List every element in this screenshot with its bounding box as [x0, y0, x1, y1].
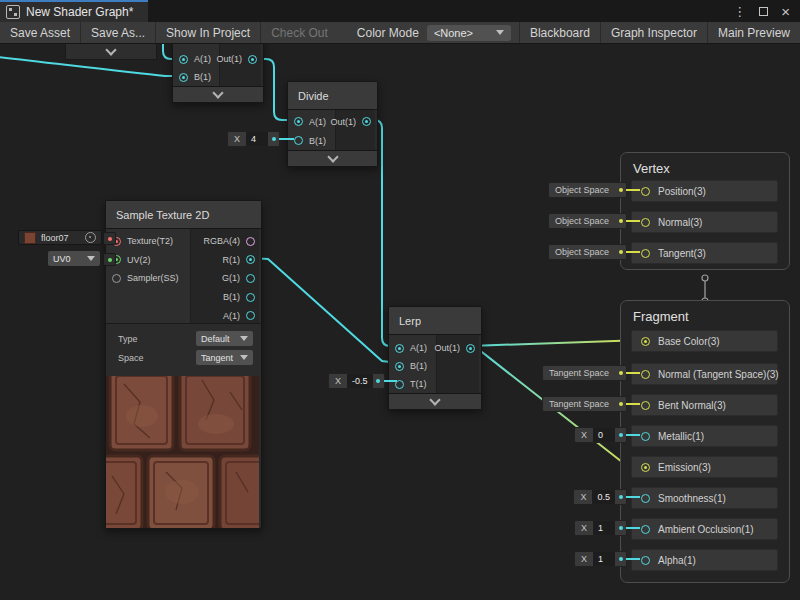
port-tangent[interactable]	[641, 249, 650, 258]
port-add-a[interactable]	[179, 55, 188, 64]
binding-label: Object Space	[549, 214, 615, 228]
field-value[interactable]: 4	[246, 132, 268, 146]
save-asset-button[interactable]: Save Asset	[0, 22, 80, 43]
port-divide-a[interactable]	[294, 117, 303, 126]
color-mode-dropdown[interactable]: <None>	[427, 25, 511, 41]
tab-new-shader-graph[interactable]: New Shader Graph*	[0, 0, 148, 22]
show-in-project-button[interactable]: Show In Project	[156, 22, 260, 43]
window-menu-icon[interactable]: ⋮	[733, 4, 746, 19]
maximize-icon[interactable]	[759, 7, 768, 16]
vertex-context[interactable]: Vertex Position(3) Normal(3) Tangent(3)	[620, 152, 790, 270]
port-label: A(1)	[410, 343, 427, 353]
add-collapse-bar[interactable]	[173, 86, 263, 102]
add-node[interactable]: A(1) B(1) Out(1)	[172, 38, 264, 103]
field-value[interactable]: -0.5	[347, 374, 373, 388]
add-input-b: B(1)	[173, 68, 219, 86]
fragment-row-metallic[interactable]: Metallic(1)	[631, 425, 778, 447]
port-lerp-a[interactable]	[395, 344, 404, 353]
port-r[interactable]	[246, 255, 255, 264]
fragment-row-smoothness[interactable]: Smoothness(1)	[631, 487, 778, 509]
lerp-title[interactable]: Lerp	[389, 307, 481, 335]
object-picker-icon[interactable]	[85, 232, 96, 243]
port-lerp-b[interactable]	[395, 362, 404, 371]
port-sampler[interactable]	[112, 274, 121, 283]
port-divide-out[interactable]	[362, 117, 371, 126]
fragment-context[interactable]: Fragment Base Color(3) Normal (Tangent S…	[620, 300, 790, 583]
close-icon[interactable]: ×	[781, 4, 790, 19]
field-value[interactable]: 0.5	[592, 490, 615, 504]
floor07-property-node[interactable]: floor07	[18, 230, 102, 245]
port-label: G(1)	[222, 273, 240, 283]
alpha-default-field[interactable]: X 1	[574, 551, 627, 567]
field-value[interactable]: 0	[593, 428, 615, 442]
graph-inspector-toggle-button[interactable]: Graph Inspector	[601, 22, 707, 43]
save-as-button[interactable]: Save As...	[81, 22, 155, 43]
port-a[interactable]	[246, 311, 255, 320]
floor07-output-stub[interactable]	[103, 232, 116, 245]
lerp-t-default-field[interactable]: X -0.5	[328, 373, 385, 389]
color-mode-label: Color Mode	[347, 22, 419, 43]
uv-port-dot	[108, 258, 112, 262]
port-divide-b[interactable]	[294, 136, 303, 145]
normal-binding[interactable]: Object Space	[548, 213, 627, 229]
divide-b-default-field[interactable]: X 4	[227, 131, 280, 147]
port-label: A(1)	[194, 54, 211, 64]
port-add-out[interactable]	[248, 55, 257, 64]
vertex-row-position[interactable]: Position(3)	[631, 180, 778, 202]
port-position[interactable]	[641, 187, 650, 196]
sample-title[interactable]: Sample Texture 2D	[106, 201, 261, 229]
shader-graph-window: A(1) B(1) Out(1) Divide A(	[0, 0, 800, 600]
port-ambient-occlusion[interactable]	[641, 525, 650, 534]
field-value[interactable]: 1	[593, 552, 615, 566]
normal-ts-binding[interactable]: Tangent Space	[542, 365, 627, 381]
blackboard-toggle-button[interactable]: Blackboard	[520, 22, 600, 43]
uv0-output-stub[interactable]	[103, 253, 116, 266]
divide-collapse-bar[interactable]	[288, 150, 377, 166]
texture-preview	[106, 376, 259, 528]
ambient-occlusion-default-field[interactable]: X 1	[574, 520, 627, 536]
sample-texture-2d-node[interactable]: Sample Texture 2D Texture(T2) UV(2) Samp…	[105, 200, 262, 529]
port-bent-normal[interactable]	[641, 401, 650, 410]
port-metallic[interactable]	[641, 432, 650, 441]
type-dropdown[interactable]: Default	[196, 331, 253, 346]
space-dropdown[interactable]: Tangent	[196, 350, 253, 365]
port-alpha[interactable]	[641, 556, 650, 565]
field-value[interactable]: 1	[593, 521, 615, 535]
fragment-row-base-color[interactable]: Base Color(3)	[631, 330, 778, 352]
position-binding[interactable]: Object Space	[548, 182, 627, 198]
port-label: T(1)	[410, 379, 427, 389]
port-rgba[interactable]	[246, 237, 255, 246]
divide-title[interactable]: Divide	[288, 82, 377, 110]
main-preview-toggle-button[interactable]: Main Preview	[708, 22, 800, 43]
lerp-node[interactable]: Lerp A(1) B(1) T(1) Out(1)	[388, 306, 482, 410]
binding-label: Object Space	[549, 183, 615, 197]
lerp-collapse-bar[interactable]	[389, 393, 481, 409]
port-smoothness[interactable]	[641, 494, 650, 503]
bent-normal-binding[interactable]: Tangent Space	[542, 396, 627, 412]
fragment-row-bent-normal[interactable]: Bent Normal(3)	[631, 394, 778, 416]
fragment-row-ambient-occlusion[interactable]: Ambient Occlusion(1)	[631, 518, 778, 540]
fragment-row-alpha[interactable]: Alpha(1)	[631, 549, 778, 571]
default-link	[626, 496, 640, 498]
port-emission[interactable]	[641, 463, 650, 472]
smoothness-default-field[interactable]: X 0.5	[573, 489, 627, 505]
tangent-binding[interactable]: Object Space	[548, 244, 627, 260]
fragment-row-normal-ts[interactable]: Normal (Tangent Space)(3)	[631, 363, 778, 385]
fragment-row-emission[interactable]: Emission(3)	[631, 456, 778, 478]
edge-lerp-out-to-base-color[interactable]	[470, 340, 643, 346]
port-g[interactable]	[246, 274, 255, 283]
field-label: X	[575, 428, 593, 442]
divide-node[interactable]: Divide A(1) B(1) Out(1)	[287, 81, 378, 167]
port-lerp-out[interactable]	[466, 344, 475, 353]
vertex-row-tangent[interactable]: Tangent(3)	[631, 242, 778, 264]
vertex-row-normal[interactable]: Normal(3)	[631, 211, 778, 233]
edge-sample-r-to-lerp-b[interactable]	[249, 258, 398, 363]
port-normal[interactable]	[641, 218, 650, 227]
port-b[interactable]	[246, 293, 255, 302]
port-normal-ts[interactable]	[641, 370, 650, 379]
metallic-default-field[interactable]: X 0	[574, 427, 627, 443]
port-add-b[interactable]	[179, 73, 188, 82]
uv-channel-dropdown[interactable]: UV0	[48, 251, 100, 266]
port-base-color[interactable]	[641, 337, 650, 346]
collapsed-node-edge[interactable]	[65, 43, 157, 60]
